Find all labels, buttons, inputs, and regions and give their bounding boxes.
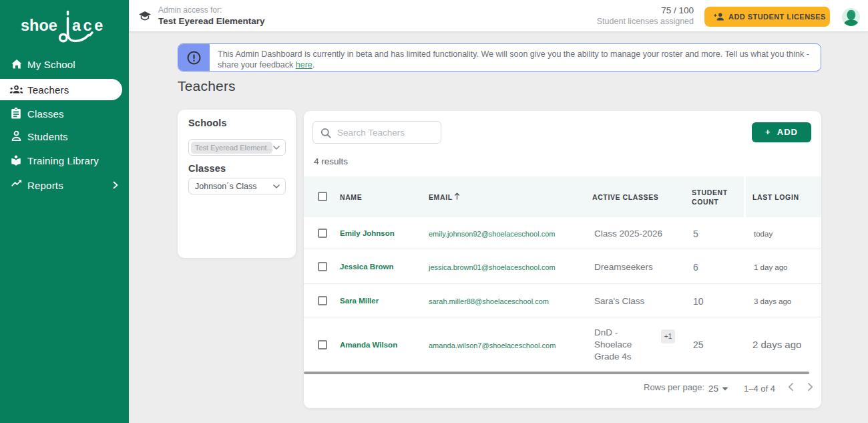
svg-text:ace: ace [72, 17, 105, 34]
svg-text:shoe: shoe [21, 17, 57, 34]
